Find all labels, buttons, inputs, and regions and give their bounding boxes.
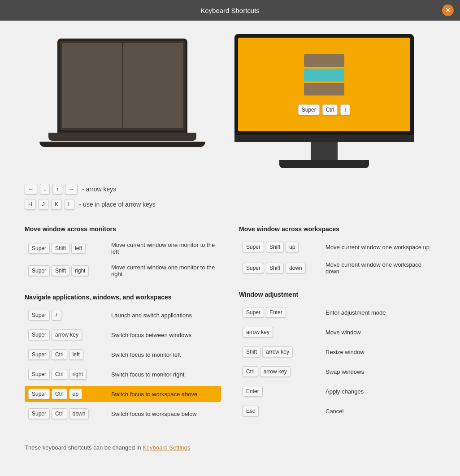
desc-monitor-right: Move current window one monitor to the r… (111, 264, 217, 277)
footer: These keyboard shortcuts can be changed … (25, 444, 435, 451)
key-down-arrow: ↓ (40, 184, 50, 195)
key-up: up (286, 242, 299, 252)
key-ctrl: Ctrl (52, 408, 67, 419)
key-right: right (71, 265, 89, 276)
shortcut-row-cancel: Esc Cancel (239, 403, 435, 419)
shortcut-row-enter-adjust: Super Enter Enter adjustment mode (239, 304, 435, 320)
desc-focus-right: Switch focus to monitor right (111, 371, 184, 378)
key-shift: Shift (52, 265, 69, 276)
desc-monitor-left: Move current window one monitor to the l… (111, 242, 217, 255)
shortcut-keys-workspace-down: Super Shift down (243, 263, 325, 273)
section-window-adjustment: Window adjustment Super Enter Enter adju… (239, 291, 435, 419)
shortcut-keys-focus-windows: Super arrow key (28, 329, 111, 340)
laptop-illustration (46, 39, 199, 164)
key-arrow-key: arrow key (260, 366, 291, 377)
legend: ← ↓ ↑ → - arrow keys H J K L - use in pl… (25, 184, 435, 210)
desc-workspace-down: Move current window one workspace down (325, 261, 432, 275)
key-ctrl: Ctrl (243, 366, 258, 377)
shortcut-keys-focus-above: Super Ctrl up (28, 389, 111, 399)
laptop-screen (57, 39, 187, 133)
key-super: Super (28, 389, 50, 399)
monitor-stand-top (234, 135, 414, 142)
section-navigate-title: Navigate applications, windows, and work… (25, 294, 221, 301)
monitor-windows (304, 54, 344, 95)
key-k: K (51, 199, 62, 210)
shortcut-row-launch: Super / Launch and switch applications (25, 307, 221, 323)
key-left-arrow: ← (25, 184, 37, 195)
shortcut-row-focus-left: Super Ctrl left Switch focus to monitor … (25, 346, 221, 363)
shortcut-row-focus-right: Super Ctrl right Switch focus to monitor… (25, 366, 221, 382)
key-ctrl: Ctrl (52, 349, 67, 360)
key-super: Super (243, 263, 264, 273)
left-column: Move window across monitors Super Shift … (25, 225, 221, 435)
content-area: Super Ctrl ↑ ← ↓ ↑ → - arrow keys H J K … (0, 21, 460, 464)
desc-focus-above: Switch focus to workspace above (111, 391, 197, 398)
legend-row-vim: H J K L - use in place of arrow keys (25, 199, 435, 210)
shortcut-row-swap-windows: Ctrl arrow key Swap windows (239, 363, 435, 380)
key-arrow-key: arrow key (52, 329, 82, 340)
shortcut-row-workspace-down: Super Shift down Move current window one… (239, 259, 435, 277)
desc-launch: Launch and switch applications (111, 312, 192, 319)
key-shift: Shift (243, 346, 260, 357)
shortcut-keys-enter-adjust: Super Enter (243, 307, 325, 318)
section-window-adjustment-title: Window adjustment (239, 291, 435, 298)
shortcut-row-monitor-right: Super Shift right Move current window on… (25, 261, 221, 280)
shortcut-row-focus-windows: Super arrow key Switch focus between win… (25, 327, 221, 343)
section-navigate: Navigate applications, windows, and work… (25, 294, 221, 422)
key-super: Super (28, 408, 50, 419)
key-l: L (65, 199, 75, 210)
legend-row-arrows: ← ↓ ↑ → - arrow keys (25, 184, 435, 195)
shortcut-keys-monitor-right: Super Shift right (28, 265, 111, 276)
shortcut-keys-focus-right: Super Ctrl right (28, 369, 111, 380)
key-super: Super (243, 307, 264, 318)
key-enter: Enter (243, 386, 263, 397)
key-h: H (25, 199, 36, 210)
section-move-monitors: Move window across monitors Super Shift … (25, 225, 221, 280)
key-right: right (69, 369, 87, 380)
keyboard-settings-link[interactable]: Keyboard Settings (143, 444, 190, 451)
shortcut-keys-resize-window: Shift arrow key (243, 346, 325, 357)
shortcut-keys-monitor-left: Super Shift left (28, 243, 111, 254)
close-button[interactable]: ✕ (442, 4, 454, 16)
key-super: Super (243, 242, 264, 252)
key-ctrl: Ctrl (52, 369, 67, 380)
key-slash: / (52, 310, 61, 320)
monitor-key-up: ↑ (340, 104, 350, 115)
shortcut-row-resize-window: Shift arrow key Resize window (239, 344, 435, 360)
right-column: Move window across workspaces Super Shif… (239, 225, 435, 435)
key-up: up (69, 389, 82, 399)
titlebar-title: Keyboard Shortcuts (200, 7, 260, 14)
shortcut-row-monitor-left: Super Shift left Move current window one… (25, 239, 221, 258)
titlebar: Keyboard Shortcuts ✕ (0, 0, 460, 21)
key-arrow-key: arrow key (262, 346, 293, 357)
shortcuts-grid: Move window across monitors Super Shift … (25, 225, 435, 435)
laptop-screen-right (123, 43, 183, 128)
key-shift: Shift (266, 242, 284, 252)
desc-move-window: Move window (325, 329, 361, 336)
shortcut-row-move-window: arrow key Move window (239, 324, 435, 340)
footer-text: These keyboard shortcuts can be changed … (25, 444, 143, 451)
key-j: J (39, 199, 48, 210)
laptop-bottom (39, 142, 205, 147)
legend-arrow-text: - arrow keys (82, 186, 116, 193)
key-super: Super (28, 349, 50, 360)
shortcut-row-focus-below: Super Ctrl down Switch focus to workspac… (25, 406, 221, 422)
section-move-monitors-title: Move window across monitors (25, 225, 221, 233)
monitor-key-ctrl: Ctrl (322, 104, 338, 115)
legend-vim-text: - use in place of arrow keys (79, 201, 155, 208)
key-super: Super (28, 265, 50, 276)
key-down: down (69, 408, 89, 419)
shortcut-row-apply: Enter Apply changes (239, 383, 435, 399)
key-ctrl: Ctrl (52, 389, 67, 399)
desc-focus-windows: Switch focus between windows (111, 332, 191, 338)
shortcut-keys-cancel: Esc (243, 406, 325, 416)
shortcut-keys-launch: Super / (28, 310, 111, 320)
key-super: Super (28, 243, 50, 254)
monitor-window-middle (304, 69, 344, 81)
laptop-base (48, 133, 196, 141)
desc-enter-adjust: Enter adjustment mode (325, 309, 386, 316)
monitor-window-top (304, 54, 344, 67)
key-up-arrow: ↑ (52, 184, 62, 195)
desc-resize-window: Resize window (325, 349, 365, 355)
key-shift: Shift (52, 243, 69, 254)
